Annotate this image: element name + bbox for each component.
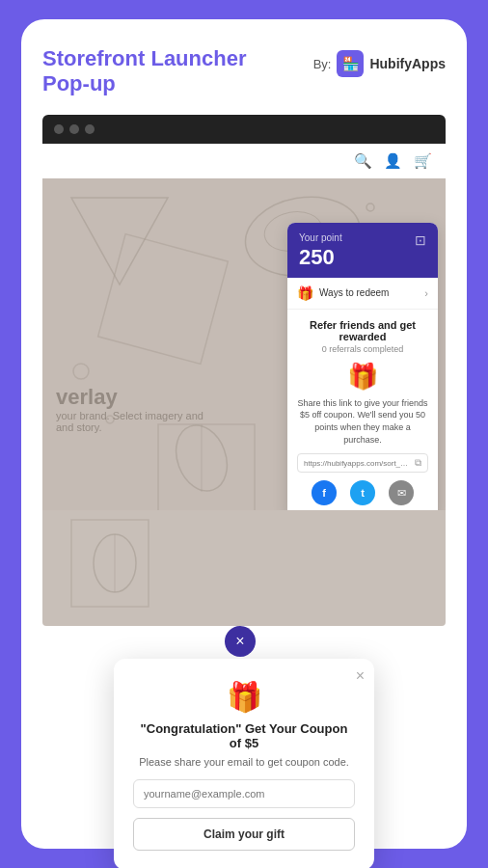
popup-title: "Congratulation" Get Your Coupon of $5 bbox=[133, 721, 355, 750]
browser-dot-3 bbox=[85, 124, 95, 134]
twitter-icon: t bbox=[361, 487, 365, 499]
facebook-icon: f bbox=[322, 487, 326, 499]
store-background: verlay your brand. Select imagery and an… bbox=[42, 178, 446, 510]
twitter-share-button[interactable]: t bbox=[350, 480, 375, 505]
store-area: 🔍 👤 🛒 bbox=[42, 144, 446, 510]
close-icon: × bbox=[356, 667, 365, 684]
svg-rect-12 bbox=[71, 520, 149, 607]
brand-prefix: By: bbox=[313, 57, 332, 71]
main-card: Storefront Launcher Pop-up By: 🏪 HubifyA… bbox=[21, 19, 467, 849]
referral-url: https://hubifyapps.com/sort_url/7c bbox=[304, 459, 411, 468]
brand-icon: 🏪 bbox=[337, 50, 364, 77]
user-icon[interactable]: 👤 bbox=[384, 152, 402, 170]
page-title-line2: Pop-up bbox=[42, 71, 246, 96]
svg-rect-11 bbox=[158, 424, 255, 510]
svg-point-4 bbox=[366, 203, 374, 211]
gift-icon-small: 🎁 bbox=[297, 285, 313, 301]
chevron-right-icon: › bbox=[424, 287, 428, 299]
gift-icon-large: 🎁 bbox=[297, 362, 428, 392]
ways-label: Ways to redeem bbox=[319, 287, 389, 298]
points-widget: Your point 250 ⊡ 🎁 Ways to redeem › Refe… bbox=[287, 223, 438, 510]
browser-dot-2 bbox=[69, 124, 79, 134]
title-block: Storefront Launcher Pop-up bbox=[42, 46, 246, 97]
bottom-section: × × 🎁 "Congratulation" Get Your Coupon o… bbox=[42, 510, 446, 636]
points-value: 250 bbox=[299, 245, 342, 270]
claim-gift-button[interactable]: Claim your gift bbox=[133, 818, 355, 851]
popup-gift-icon: 🎁 bbox=[133, 680, 355, 714]
coupon-popup: × 🎁 "Congratulation" Get Your Coupon of … bbox=[114, 659, 374, 868]
facebook-share-button[interactable]: f bbox=[312, 480, 337, 505]
points-label: Your point bbox=[299, 232, 342, 243]
url-row[interactable]: https://hubifyapps.com/sort_url/7c ⧉ bbox=[297, 453, 428, 473]
brand-block: By: 🏪 HubifyApps bbox=[313, 50, 446, 77]
email-input[interactable] bbox=[133, 779, 355, 808]
svg-point-7 bbox=[73, 364, 89, 379]
svg-rect-3 bbox=[98, 233, 229, 364]
overlay-desc-1: your brand. Select imagery and bbox=[56, 410, 203, 421]
popup-close-button[interactable]: × bbox=[356, 668, 365, 684]
social-row: f t ✉ bbox=[297, 480, 428, 505]
browser-bar bbox=[42, 115, 446, 144]
email-icon: ✉ bbox=[397, 487, 406, 500]
overlay-text: verlay bbox=[56, 385, 203, 410]
ways-to-redeem-row[interactable]: 🎁 Ways to redeem › bbox=[287, 278, 438, 310]
page-header: Storefront Launcher Pop-up By: 🏪 HubifyA… bbox=[42, 46, 446, 97]
cart-icon[interactable]: 🛒 bbox=[414, 152, 432, 170]
page-title-line1: Storefront Launcher bbox=[42, 46, 246, 71]
widget-description: Share this link to give your friends $5 … bbox=[297, 397, 428, 446]
brand-name: HubifyApps bbox=[369, 56, 446, 71]
email-share-button[interactable]: ✉ bbox=[389, 480, 414, 505]
popup-description: Please share your email to get coupon co… bbox=[133, 756, 355, 768]
expand-icon[interactable]: ⊡ bbox=[415, 232, 426, 248]
outer-close-button[interactable]: × bbox=[225, 626, 256, 657]
referral-count: 0 referrals completed bbox=[297, 344, 428, 354]
overlay-desc-2: and story. bbox=[56, 421, 203, 433]
referral-title: Refer friends and get rewarded bbox=[297, 319, 428, 342]
widget-body: Refer friends and get rewarded 0 referra… bbox=[287, 310, 438, 510]
overlay-text-block: verlay your brand. Select imagery and an… bbox=[56, 385, 203, 433]
search-icon[interactable]: 🔍 bbox=[354, 152, 372, 170]
browser-dot-1 bbox=[54, 124, 64, 134]
store-bottom-bg bbox=[42, 510, 446, 626]
bottom-decorative bbox=[42, 510, 446, 626]
outer-close-icon: × bbox=[235, 633, 244, 650]
points-header: Your point 250 ⊡ bbox=[287, 223, 438, 278]
store-topbar: 🔍 👤 🛒 bbox=[42, 144, 446, 178]
copy-icon[interactable]: ⧉ bbox=[415, 457, 421, 469]
